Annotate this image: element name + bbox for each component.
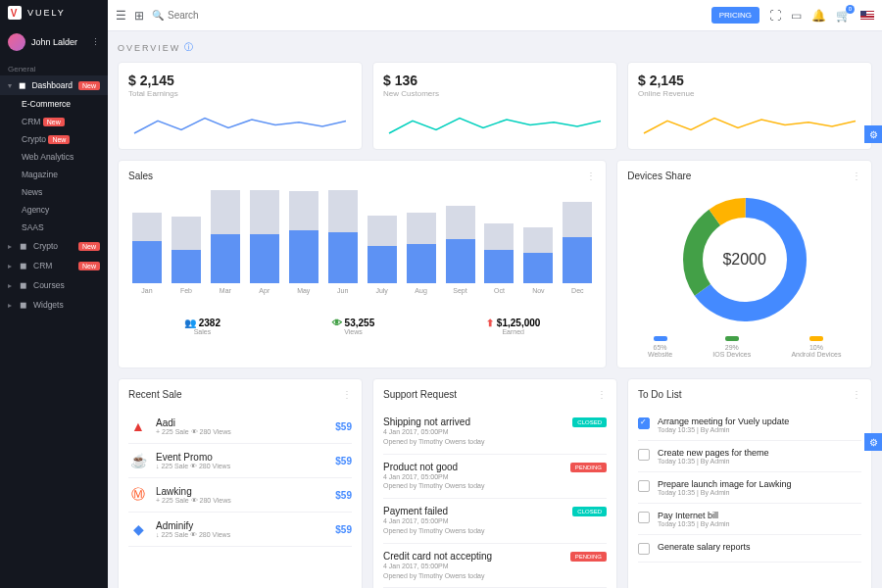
search-box[interactable]: 🔍 (152, 10, 226, 21)
nav-group[interactable]: ▸◼CryptoNew (0, 236, 108, 256)
devices-title: Devices Share (627, 171, 691, 181)
todo-row[interactable]: Prepare launch image for LawkingToday 10… (638, 472, 861, 504)
chat-icon[interactable]: ▭ (791, 9, 802, 23)
nav-group[interactable]: ▸◼Courses (0, 275, 108, 295)
checkbox[interactable] (638, 480, 650, 492)
checkbox[interactable] (638, 449, 650, 461)
stat-card-0: $ 2,145Total Earnings (118, 62, 363, 150)
checkbox[interactable] (638, 512, 650, 523)
apps-icon[interactable]: ⊞ (134, 9, 144, 23)
gear-fab[interactable]: ⚙ (864, 433, 882, 451)
nav-group[interactable]: ▸◼Widgets (0, 295, 108, 315)
info-icon: ⓘ (184, 41, 195, 54)
section-label: General (0, 59, 108, 75)
sidebar-sub-item[interactable]: Agency (0, 201, 108, 219)
logo[interactable]: V VUELY (0, 0, 108, 25)
checkbox[interactable] (638, 543, 650, 555)
todo-row[interactable]: Create new pages for themeToday 10:35 | … (638, 441, 861, 472)
recent-sale-card: Recent Sale ⋮ ▲Aadi+ 225 Sale 👁 280 View… (118, 378, 363, 588)
stat-card-1: $ 136New Customers (372, 62, 617, 150)
sparkline (383, 106, 607, 137)
support-title: Support Request (383, 389, 457, 400)
sale-row[interactable]: ⓂLawking+ 225 Sale 👁 280 Views$59 (128, 478, 352, 513)
menu-icon[interactable]: ☰ (116, 9, 126, 23)
sales-chart: JanFebMarAprMayJunJulyAugSeptOctNovDec (128, 191, 596, 294)
todo-title: To Do List (638, 389, 681, 400)
fullscreen-icon[interactable]: ⛶ (769, 9, 781, 23)
sale-row[interactable]: ◆Adminify↓ 225 Sale 👁 280 Views$59 (128, 513, 352, 547)
support-row[interactable]: Credit card not accepting4 Jan 2017, 05:… (383, 544, 607, 588)
card-menu-icon[interactable]: ⋮ (852, 171, 861, 181)
gear-fab[interactable]: ⚙ (864, 125, 882, 143)
user-name: John Lalder (31, 37, 77, 47)
sidebar-sub-item[interactable]: Web Analytics (0, 148, 108, 166)
todo-row[interactable]: Arrange meeting for Vuely updateToday 10… (638, 410, 861, 441)
todo-row[interactable]: Generate salary reports (638, 535, 861, 563)
recent-title: Recent Sale (128, 389, 181, 400)
donut-chart: $2000 (676, 191, 813, 328)
overview-heading: OVERVIEWⓘ (118, 41, 872, 54)
pricing-button[interactable]: PRICING (711, 7, 760, 24)
sidebar: V VUELY John Lalder ⋮ General ▾ ◼ Dashbo… (0, 0, 108, 588)
flag-icon[interactable] (860, 11, 874, 21)
sidebar-sub-item[interactable]: CRM New (0, 113, 108, 130)
sidebar-sub-item[interactable]: Crypto New (0, 130, 108, 148)
sidebar-sub-item[interactable]: News (0, 183, 108, 201)
cart-icon[interactable]: 🛒0 (836, 9, 851, 23)
card-menu-icon[interactable]: ⋮ (586, 171, 596, 181)
sale-row[interactable]: ☕Event Promo↓ 225 Sale 👁 280 Views$59 (128, 444, 352, 478)
sales-title: Sales (128, 171, 153, 181)
sidebar-sub-item[interactable]: SAAS (0, 219, 108, 236)
new-badge: New (78, 81, 100, 90)
nav-dashboard[interactable]: ▾ ◼ Dashboard New (0, 75, 108, 95)
stat-card-2: $ 2,145Online Revenue (627, 62, 872, 150)
support-card: Support Request ⋮ Shipping not arrived4 … (372, 378, 617, 588)
sparkline (638, 106, 861, 137)
user-menu-icon[interactable]: ⋮ (91, 37, 100, 47)
devices-card: Devices Share ⋮ $2000 65%Website29%IOS D… (616, 160, 872, 368)
nav-label: Dashboard (31, 80, 73, 90)
donut-center: $2000 (676, 191, 813, 328)
card-menu-icon[interactable]: ⋮ (342, 389, 352, 400)
bell-icon[interactable]: 🔔 (811, 9, 826, 23)
brand-name: VUELY (27, 8, 66, 18)
support-row[interactable]: Shipping not arrived4 Jan 2017, 05:00PMO… (383, 410, 607, 455)
support-row[interactable]: Payment failed4 Jan 2017, 05:00PMOpened … (383, 499, 607, 544)
search-icon: 🔍 (152, 10, 164, 21)
cart-badge: 0 (846, 5, 855, 14)
sale-row[interactable]: ▲Aadi+ 225 Sale 👁 280 Views$59 (128, 410, 352, 444)
sidebar-sub-item[interactable]: Magazine (0, 166, 108, 183)
todo-row[interactable]: Pay Internet billToday 10:35 | By Admin (638, 504, 861, 535)
checkbox[interactable] (638, 417, 650, 429)
search-input[interactable] (168, 10, 226, 21)
card-menu-icon[interactable]: ⋮ (597, 389, 607, 400)
logo-icon: V (8, 6, 22, 20)
chevron-down-icon: ▾ (8, 81, 12, 90)
card-menu-icon[interactable]: ⋮ (852, 389, 861, 400)
nav-group[interactable]: ▸◼CRMNew (0, 256, 108, 275)
todo-card: To Do List ⋮ Arrange meeting for Vuely u… (627, 378, 872, 588)
avatar (8, 33, 25, 51)
user-row[interactable]: John Lalder ⋮ (0, 25, 108, 59)
dashboard-icon: ◼ (18, 80, 25, 90)
topbar: ☰ ⊞ 🔍 PRICING ⛶ ▭ 🔔 🛒0 (108, 0, 882, 31)
sidebar-sub-item[interactable]: E-Commerce (0, 95, 108, 113)
support-row[interactable]: Product not good4 Jan 2017, 05:00PMOpene… (383, 455, 607, 500)
sales-card: Sales ⋮ JanFebMarAprMayJunJulyAugSeptOct… (118, 160, 607, 368)
sparkline (128, 106, 352, 137)
